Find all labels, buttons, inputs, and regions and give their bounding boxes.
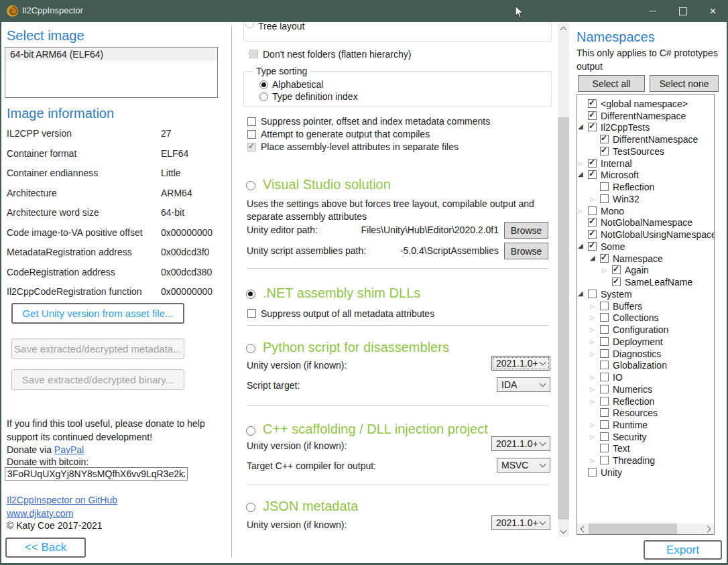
tree-checkbox[interactable] (600, 420, 609, 429)
tree-checkbox[interactable] (600, 135, 609, 143)
cpp-scaffolding-radio[interactable] (246, 426, 255, 436)
tree-checkbox[interactable] (600, 385, 609, 393)
bitcoin-address-input[interactable] (5, 467, 188, 481)
tree-checkbox[interactable] (600, 325, 609, 334)
tree-checkbox[interactable] (600, 408, 609, 417)
tree-checkbox[interactable] (588, 170, 597, 179)
tree-item[interactable]: ▷IO (577, 372, 714, 383)
expand-icon[interactable]: ▷ (590, 434, 595, 440)
tree-checkbox[interactable] (600, 373, 609, 381)
options-scrollbar[interactable] (558, 23, 569, 537)
expand-icon[interactable]: ▷ (590, 386, 595, 393)
json-unity-version-select[interactable]: 2021.1.0+ (491, 515, 550, 530)
tree-horizontal-scrollbar[interactable] (577, 523, 714, 534)
expand-icon[interactable]: ▷ (590, 196, 595, 202)
tree-checkbox[interactable] (588, 290, 597, 298)
tree-item[interactable]: ▷Reflection (577, 396, 714, 407)
tree-checkbox[interactable] (588, 159, 597, 168)
tree-item[interactable]: ◢Il2CppTests (577, 122, 714, 133)
tree-checkbox[interactable] (600, 194, 609, 203)
unity-editor-path-value[interactable]: Files\Unity\Hub\Editor\2020.2.0f1 (323, 225, 499, 235)
select-all-button[interactable]: Select all (578, 75, 645, 92)
tree-checkbox[interactable] (600, 349, 609, 358)
suppress-metadata-attributes-checkbox[interactable] (247, 309, 256, 318)
tree-item[interactable]: Unity (577, 467, 714, 479)
option-checkbox[interactable] (247, 117, 256, 126)
tree-checkbox[interactable] (612, 277, 621, 286)
tree-checkbox[interactable] (600, 397, 609, 405)
tree-checkbox[interactable] (600, 313, 609, 322)
tree-item[interactable]: ◢Namespace (577, 253, 714, 265)
back-button[interactable]: << Back (5, 538, 86, 558)
expand-icon[interactable]: ▷ (590, 374, 595, 381)
tree-item[interactable]: <global namespace> (577, 99, 714, 110)
image-listbox[interactable]: 64-bit ARM64 (ELF64) (5, 47, 218, 98)
tree-item[interactable]: ▷Runtime (577, 420, 714, 431)
close-button[interactable]: × (698, 0, 728, 22)
tree-checkbox[interactable] (600, 337, 609, 346)
tree-item[interactable]: ▷Buffers (577, 301, 714, 312)
tree-item[interactable]: ▷Again (577, 265, 714, 276)
tree-item[interactable]: SameLeafName (577, 277, 714, 288)
tree-item[interactable]: ▷Numerics (577, 384, 714, 395)
namespaces-tree[interactable]: <global namespace>DifferentNamespace◢Il2… (577, 94, 715, 535)
tree-checkbox[interactable] (600, 147, 609, 155)
tree-item[interactable]: Reflection (577, 182, 714, 193)
json-metadata-radio[interactable] (246, 503, 255, 512)
tree-item[interactable]: ▷Security (577, 432, 714, 443)
paypal-link[interactable]: PayPal (54, 444, 84, 455)
website-link[interactable]: www.djkaty.com (7, 508, 73, 519)
tree-item[interactable]: NotGlobalNamespace (577, 217, 714, 229)
tree-item[interactable]: ◢Some (577, 241, 714, 253)
expand-icon[interactable]: ▷ (590, 314, 595, 321)
tree-checkbox[interactable] (588, 218, 597, 227)
minimize-button[interactable] (638, 0, 668, 22)
browse-assemblies-path-button[interactable]: Browse (504, 243, 548, 259)
cpp-compiler-select[interactable]: MSVC (497, 458, 550, 473)
tree-checkbox[interactable] (600, 456, 609, 464)
flatten-hierarchy-checkbox[interactable] (249, 50, 258, 58)
tree-item[interactable]: ▷Configuration (577, 324, 714, 336)
visual-studio-radio[interactable] (246, 181, 255, 190)
collapse-icon[interactable]: ◢ (590, 255, 595, 261)
chevron-right-icon[interactable] (705, 526, 711, 533)
export-button[interactable]: Export (644, 540, 722, 560)
tree-item[interactable]: Globalization (577, 360, 714, 371)
type-definition-index-radio[interactable] (259, 92, 268, 101)
expand-icon[interactable]: ▷ (590, 338, 595, 345)
collapse-icon[interactable]: ◢ (578, 243, 583, 249)
tree-checkbox[interactable] (612, 265, 621, 274)
script-target-select[interactable]: IDA (497, 377, 550, 392)
tree-checkbox[interactable] (600, 182, 609, 191)
tree-checkbox[interactable] (588, 242, 597, 251)
alphabetical-radio[interactable] (259, 80, 268, 89)
tree-item[interactable]: ▷Diagnostics (577, 349, 714, 360)
tree-item[interactable]: NotGlobalUsingNamespace (577, 229, 714, 241)
expand-icon[interactable]: ▷ (578, 160, 583, 167)
get-unity-version-button[interactable]: Get Unity version from asset file... (11, 303, 184, 324)
expand-icon[interactable]: ▷ (590, 422, 595, 428)
tree-checkbox[interactable] (600, 302, 609, 310)
tree-checkbox[interactable] (588, 99, 597, 108)
python-unity-version-select[interactable]: 2021.1.0+ (491, 356, 550, 371)
expand-icon[interactable]: ▷ (602, 267, 607, 273)
tree-item[interactable]: ▷Threading (577, 455, 714, 466)
tree-checkbox[interactable] (588, 123, 597, 131)
cpp-unity-version-select[interactable]: 2021.1.0+ (491, 436, 550, 451)
tree-checkbox[interactable] (600, 361, 609, 369)
expand-icon[interactable]: ▷ (590, 351, 595, 357)
tree-checkbox[interactable] (600, 444, 609, 452)
scroll-down-button[interactable] (558, 525, 569, 537)
select-none-button[interactable]: Select none (650, 75, 719, 92)
tree-item[interactable]: ▷Deployment (577, 336, 714, 348)
browse-editor-path-button[interactable]: Browse (504, 222, 548, 239)
tree-checkbox[interactable] (588, 111, 597, 120)
image-list-item[interactable]: 64-bit ARM64 (ELF64) (6, 48, 217, 61)
tree-item[interactable]: TestSources (577, 146, 714, 158)
tree-item[interactable]: Text (577, 443, 714, 454)
maximize-button[interactable] (668, 0, 698, 22)
expand-icon[interactable]: ▷ (578, 208, 583, 214)
option-checkbox[interactable] (247, 130, 256, 139)
chevron-left-icon[interactable] (581, 526, 587, 533)
tree-item[interactable]: ◢Microsoft (577, 170, 714, 181)
